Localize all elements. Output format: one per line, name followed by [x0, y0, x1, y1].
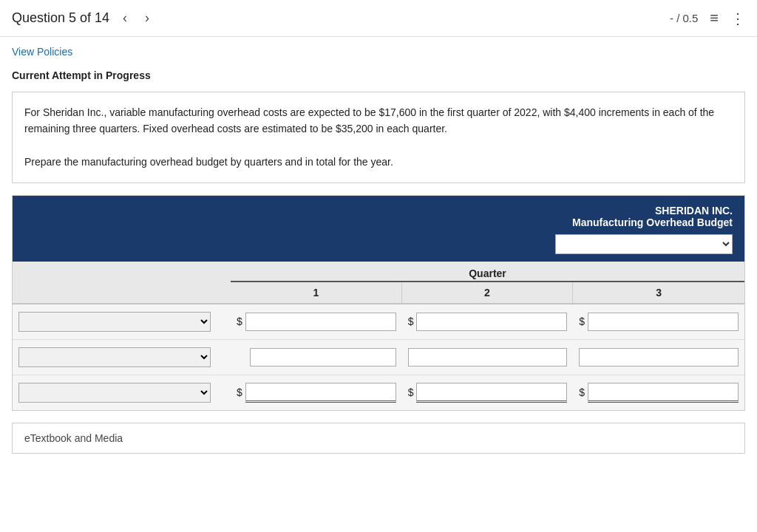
etextbook-label: eTextbook and Media — [24, 432, 123, 444]
row3-input-q3: $ — [573, 380, 744, 406]
quarter-col-3: 3 — [573, 282, 744, 303]
row3-input-q3-field[interactable] — [588, 383, 739, 403]
budget-title: Manufacturing Overhead Budget — [572, 216, 733, 228]
budget-table-wrapper: SHERIDAN INC. Manufacturing Overhead Bud… — [12, 195, 745, 411]
quarter-numbers-row: 1 2 3 — [13, 282, 744, 304]
current-attempt-label: Current Attempt in Progress — [12, 69, 745, 81]
list-icon-button[interactable]: ≡ — [710, 10, 719, 27]
row3-input-q2: $ — [402, 380, 574, 406]
quarter-header-label: Quarter — [231, 262, 744, 282]
row3-input-q1-field[interactable] — [245, 383, 396, 403]
quarter-col-2: 2 — [402, 282, 574, 303]
dollar-sign-r3q2: $ — [408, 386, 414, 398]
dollar-sign-r1q3: $ — [579, 316, 585, 327]
question-label: Question 5 of 14 — [12, 10, 109, 26]
row1-input-q3-field[interactable] — [588, 313, 739, 331]
top-bar-left: Question 5 of 14 ‹ › — [12, 9, 154, 27]
budget-header: SHERIDAN INC. Manufacturing Overhead Bud… — [13, 196, 744, 262]
content-area: View Policies Current Attempt in Progres… — [0, 37, 757, 463]
row2-input-q2-field[interactable] — [408, 348, 568, 366]
etextbook-bar: eTextbook and Media — [12, 423, 745, 454]
quarter-label-row: Quarter — [13, 262, 744, 282]
top-bar: Question 5 of 14 ‹ › - / 0.5 ≡ ⋮ — [0, 0, 757, 37]
budget-header-inner: SHERIDAN INC. Manufacturing Overhead Bud… — [24, 205, 733, 254]
empty-label-cell — [13, 262, 231, 282]
next-button[interactable]: › — [140, 9, 154, 27]
table-row — [13, 340, 744, 375]
row2-input-q1 — [231, 345, 402, 369]
company-name: SHERIDAN INC. — [655, 205, 733, 216]
problem-text-line1: For Sheridan Inc., variable manufacturin… — [24, 104, 733, 137]
row2-input-q3-field[interactable] — [579, 348, 739, 366]
problem-text-line2: Prepare the manufacturing overhead budge… — [24, 154, 733, 170]
company-name-plain: SHERIDAN — [655, 205, 712, 216]
data-rows: $ $ $ — [13, 304, 744, 410]
view-policies-link[interactable]: View Policies — [12, 46, 72, 58]
row1-input-q1: $ — [231, 310, 402, 334]
row1-input-q2-field[interactable] — [416, 313, 567, 331]
row2-input-q3 — [573, 345, 744, 369]
dollar-sign-r1q1: $ — [237, 316, 242, 327]
row3-input-q1: $ — [231, 380, 402, 406]
row1-label-select[interactable] — [18, 312, 211, 332]
empty-header-cell — [13, 282, 231, 303]
row3-input-q2-field[interactable] — [416, 383, 567, 403]
row3-label-select[interactable] — [18, 383, 211, 403]
row1-input-q1-field[interactable] — [245, 313, 396, 331]
dollar-sign-r3q3: $ — [579, 386, 585, 398]
row2-input-q1-field[interactable] — [250, 348, 396, 366]
quarter-col-1: 1 — [231, 282, 402, 303]
company-name-bold: INC. — [712, 205, 733, 216]
dollar-sign-r3q1: $ — [237, 386, 242, 398]
row2-label-cell — [13, 344, 231, 370]
period-select[interactable]: For the Year Ending December 31, 2022 Qu… — [555, 234, 733, 254]
row2-input-q2 — [402, 345, 574, 369]
prev-button[interactable]: ‹ — [118, 9, 132, 27]
row1-input-q2: $ — [402, 310, 574, 334]
quarter-section-header: Quarter 1 2 3 — [13, 262, 744, 304]
dollar-sign-r1q2: $ — [408, 316, 414, 327]
table-row: $ $ $ — [13, 375, 744, 410]
table-row: $ $ $ — [13, 304, 744, 340]
row1-label-cell — [13, 309, 231, 335]
row1-input-q3: $ — [573, 310, 744, 334]
row3-label-cell — [13, 380, 231, 406]
problem-text-box: For Sheridan Inc., variable manufacturin… — [12, 92, 745, 183]
top-bar-right: - / 0.5 ≡ ⋮ — [670, 10, 745, 27]
row2-label-select[interactable] — [18, 347, 211, 367]
more-options-button[interactable]: ⋮ — [730, 10, 745, 27]
score-label: - / 0.5 — [670, 12, 698, 24]
